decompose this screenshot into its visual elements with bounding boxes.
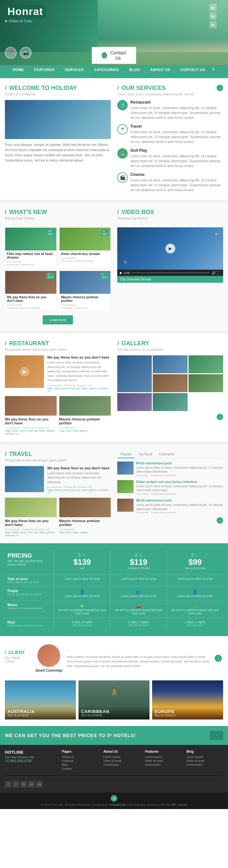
play-button[interactable]: ▶	[165, 244, 175, 253]
footer-features-3[interactable]: Consectetur	[145, 763, 182, 767]
news-badge-3: 5OCT	[46, 273, 55, 279]
service-title-restaurant: Restaurant	[130, 100, 223, 104]
news-card-4[interactable]: 3NOV Mauris rhoncus pretium portitor 3 C…	[59, 271, 111, 311]
pricing-title: PRICING	[7, 552, 51, 559]
nav-blog[interactable]: BLOG	[125, 65, 144, 78]
sidebar-item-meta-3: Comments Suspendisse pulsmar	[136, 511, 223, 514]
social-linkedin[interactable]: in	[21, 781, 27, 787]
plan-name-single: SINGLE ROOM	[170, 567, 221, 570]
sidebar-item-content-2: Etiam semper nec arcu luctus interdum Lo…	[136, 480, 223, 495]
sidebar-item-title-3[interactable]: Morbi elementum justo	[136, 499, 223, 502]
pricing-days-detail-3: lobit 2nd week	[170, 624, 221, 627]
gallery-img-2[interactable]	[189, 355, 223, 373]
hero-icon-location[interactable]: 📍	[5, 47, 17, 59]
restaurant-item-3: Mauris rhoncus pretium portitor 0 Commen…	[59, 396, 111, 435]
travel-block: / TRAVEL Perspiciatis kverti ullamcorper…	[5, 451, 111, 537]
nav-categories[interactable]: CATEGORIES	[90, 65, 123, 78]
social-gplus[interactable]: g+	[28, 781, 35, 787]
news-card-2[interactable]: 21SEP Dolor church-key veniam 0 Comments…	[59, 227, 111, 268]
nav-features[interactable]: FEATURES	[30, 65, 58, 78]
nav-contact[interactable]: CONTACT US	[176, 65, 209, 78]
plan-name-double: DOUBLE ROOM	[113, 567, 164, 570]
side-btn-3[interactable]: ▶	[209, 21, 217, 28]
travel-item-3: Mauris rhoncus pretium portitor 0 Commen…	[59, 498, 111, 537]
volume-icon[interactable]: 🔊	[212, 271, 216, 275]
nav-home[interactable]: HOME	[9, 65, 28, 78]
gallery-img-3[interactable]	[153, 374, 187, 392]
load-more-button[interactable]: Load more	[43, 315, 73, 324]
footer-about-3[interactable]: Consectetur	[104, 763, 140, 767]
gallery-img-6[interactable]	[153, 393, 187, 411]
news-card-meta-1: 0 CommentsPosted by: Guorant V/3	[7, 260, 55, 266]
news-badge-2: 21SEP	[101, 229, 109, 236]
pricing-row-means-2: 🚗 Me and my girlfriend stayed last year …	[110, 600, 166, 618]
hero-icon-camera[interactable]: 📷	[20, 47, 32, 59]
contact-button[interactable]: 📍 Contact Us	[92, 47, 136, 64]
footer-license-link[interactable]: MIT License	[171, 803, 187, 806]
plan-price-single: $99	[170, 558, 221, 567]
tab-top-read[interactable]: Top Read	[135, 451, 155, 458]
services-subtitle: Lorem dolor ipsum consectetur adipiscing…	[117, 93, 194, 96]
gallery-img-tall[interactable]	[117, 355, 152, 392]
service-travel: ☂ Travel Lorem dolor sit amet, consectet…	[117, 124, 223, 144]
sidebar-next-btn[interactable]: ›	[217, 517, 223, 524]
nav-services[interactable]: SERVICES	[61, 65, 88, 78]
services-arrow[interactable]: ›	[217, 85, 223, 91]
service-restaurant: 🍴 Restaurant Lorem dolor sit amet, conse…	[117, 100, 223, 120]
dest-caribbean[interactable]: 🧍 CARIBBEAN SEP 16 | ATHENS	[78, 680, 150, 719]
side-btn-1[interactable]: ▶	[209, 4, 217, 11]
nav-about[interactable]: ABOUT US	[146, 65, 174, 78]
gallery-img-1[interactable]	[153, 355, 187, 373]
footer-link-features[interactable]: Features	[62, 759, 99, 763]
news-card-3[interactable]: 5OCT We pay these fees so you don't have…	[5, 271, 57, 311]
social-facebook[interactable]: f	[5, 781, 11, 787]
nav-search-btn[interactable]: 🔍	[209, 65, 219, 78]
footer-about-2[interactable]: Dolor sit amet	[104, 759, 140, 763]
footer-features-1[interactable]: Lorem ipsum	[145, 755, 182, 759]
sidebar-item-title-2[interactable]: Etiam semper nec arcu luctus interdum	[136, 480, 223, 484]
play-icon[interactable]: ▶	[120, 271, 123, 275]
pricing-row-people-1: 👤 Lorem ipsum dolor sit amet	[54, 587, 110, 600]
news-card-1[interactable]: 16SEP Felis may reduce risk of heart dis…	[5, 227, 57, 268]
pricing-plan-single: 3 ☆ $99 SINGLE ROOM	[167, 550, 223, 574]
footer-link-blog[interactable]: Blog	[62, 763, 99, 767]
client-next-icon[interactable]: ›	[215, 655, 222, 662]
restaurant-tags-3: Tags: food, video gallery	[59, 429, 111, 432]
dest-name-australia: AUSTRALIA	[7, 709, 73, 714]
footer-blog-2[interactable]: Dolor sit amet	[187, 759, 223, 763]
footer-features-2[interactable]: Dolor sit amet	[145, 759, 182, 763]
footer-blog-1[interactable]: Lorem ipsum	[187, 755, 223, 759]
gallery-subtitle: See the pictures of our beautiful	[117, 348, 223, 351]
social-twitter[interactable]: t	[13, 781, 19, 787]
footer-link-contact[interactable]: Contact	[62, 767, 99, 771]
client-name: Janett Cummings	[35, 669, 63, 672]
hotline-title: HOTLINE	[5, 750, 57, 755]
side-btn-2[interactable]: ▶	[209, 12, 217, 20]
service-icon-restaurant: 🍴	[117, 100, 128, 111]
footer-nav-features-title: Features	[145, 750, 182, 753]
footer-about-1[interactable]: Lorem ipsum	[104, 755, 140, 759]
gallery-img-4[interactable]	[189, 374, 223, 392]
video-player[interactable]: ⛵ 🏠 ▶	[117, 227, 223, 270]
social-rss[interactable]: rss	[36, 781, 43, 787]
restaurant-play-icon[interactable]: ▶	[20, 367, 29, 376]
tab-comments[interactable]: Comments	[155, 451, 177, 458]
news-card-meta-4: 3 CommentsPosted by: Juan Morris	[61, 304, 109, 309]
fullscreen-icon[interactable]: ⛶	[217, 271, 221, 275]
gallery-next-btn[interactable]: ›	[217, 414, 223, 420]
cta-button[interactable]: →	[210, 731, 223, 740]
tab-popular[interactable]: Popular	[117, 451, 135, 458]
hotline-number[interactable]: +1-860-542-5787	[5, 759, 57, 763]
dest-australia[interactable]: AUSTRALIA SEP 16 | ATHENS	[5, 680, 76, 719]
footer-link-about[interactable]: About Us	[62, 755, 99, 759]
gallery-img-5[interactable]	[117, 393, 152, 411]
pricing-row-label-days: Days Pellentesque et pulsmar lorem	[5, 618, 54, 629]
client-nav-btn[interactable]: ›	[213, 655, 223, 662]
footer-blog-3[interactable]: Consectetur	[187, 763, 223, 767]
video-progress[interactable]	[132, 272, 210, 273]
pricing-subtitle: We can get you the best prices hotels	[7, 559, 51, 566]
dest-europe[interactable]: EUROPE SEp 16 | ATHENS	[152, 680, 223, 719]
sidebar-item-title-1[interactable]: Morbi elementum justo	[136, 462, 223, 465]
footer-designer-link[interactable]: Unleaded.biz	[109, 803, 126, 806]
restaurant-main-item: ▶ We pay these fees so you don't have Lo…	[5, 355, 111, 393]
